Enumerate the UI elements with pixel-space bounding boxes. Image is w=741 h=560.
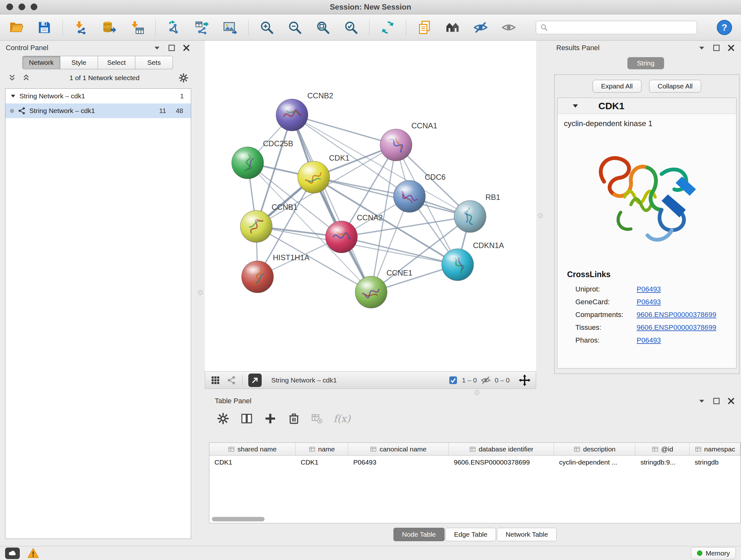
memory-status-dot xyxy=(697,550,702,556)
column-header[interactable]: canonical name xyxy=(348,443,449,455)
close-panel-icon[interactable] xyxy=(727,397,735,405)
close-panel-icon[interactable] xyxy=(182,44,191,52)
svg-text:HIST1H1A: HIST1H1A xyxy=(273,253,310,262)
tab-style[interactable]: Style xyxy=(60,56,98,69)
column-header[interactable]: @id xyxy=(635,443,690,455)
network-view-title: String Network – cdk1 xyxy=(271,376,337,384)
main-toolbar: ? xyxy=(0,14,741,41)
node-table[interactable]: shared name name canonical name database… xyxy=(209,442,741,523)
new-network-button[interactable] xyxy=(166,19,182,36)
network-overview-icon[interactable] xyxy=(226,375,237,385)
window-title: Session: New Session xyxy=(330,3,411,11)
help-button[interactable]: ? xyxy=(716,19,733,36)
selected-checkbox-icon[interactable] xyxy=(448,375,458,385)
title-bar: Session: New Session xyxy=(0,0,741,14)
tree-expand-icon[interactable] xyxy=(10,93,16,99)
hide-selected-button[interactable] xyxy=(473,19,488,36)
zoom-out-button[interactable] xyxy=(287,19,303,36)
tab-sets[interactable]: Sets xyxy=(135,56,173,69)
tab-network[interactable]: Network xyxy=(22,56,60,69)
import-table-file-button[interactable] xyxy=(129,19,145,36)
export-image-button[interactable] xyxy=(222,19,238,36)
status-bar: Memory xyxy=(0,546,741,560)
horizontal-scrollbar[interactable] xyxy=(212,517,265,521)
compartments-link[interactable]: 9606.ENSP00000378699 xyxy=(636,311,717,319)
warning-icon[interactable] xyxy=(27,548,39,559)
copy-document-button[interactable] xyxy=(416,19,432,36)
image-export-icon xyxy=(223,20,238,35)
delete-column-icon[interactable] xyxy=(287,412,300,425)
memory-button[interactable]: Memory xyxy=(691,547,736,559)
table-row[interactable]: CDK1 CDK1 P06493 9606.ENSP00000378699 cy… xyxy=(209,455,740,469)
save-session-button[interactable] xyxy=(37,19,52,36)
window-controls[interactable] xyxy=(6,3,37,10)
detach-view-button[interactable] xyxy=(248,374,262,387)
zoom-selected-button[interactable] xyxy=(343,19,359,36)
crosslinks-title: CrossLinks xyxy=(567,270,736,279)
pharos-link[interactable]: P06493 xyxy=(636,336,661,345)
zoom-window-button[interactable] xyxy=(30,3,37,10)
genecard-link[interactable]: P06493 xyxy=(636,298,661,306)
expand-all-button[interactable]: Expand All xyxy=(593,80,642,92)
show-hidden-button[interactable] xyxy=(501,19,517,36)
pan-tool-icon[interactable] xyxy=(519,374,531,386)
toolbar-separator xyxy=(248,19,249,36)
column-header[interactable]: name xyxy=(295,443,348,455)
minimize-window-button[interactable] xyxy=(18,3,25,10)
column-header[interactable]: database identifier xyxy=(449,443,554,455)
expand-all-icon[interactable] xyxy=(22,73,30,82)
float-panel-icon[interactable] xyxy=(712,397,721,405)
hidden-eye-icon[interactable] xyxy=(481,375,491,385)
svg-text:?: ? xyxy=(722,22,727,33)
tab-edge-table[interactable]: Edge Table xyxy=(446,528,496,541)
zoom-fit-button[interactable] xyxy=(315,19,331,36)
open-session-button[interactable] xyxy=(8,19,24,36)
show-columns-icon[interactable] xyxy=(240,412,253,425)
search-input[interactable] xyxy=(551,23,693,31)
cloud-button[interactable] xyxy=(5,548,20,559)
grid-view-icon[interactable] xyxy=(210,375,220,385)
tab-string[interactable]: String xyxy=(627,57,664,69)
folder-open-icon xyxy=(9,20,23,35)
network-canvas[interactable]: CCNB2CCNA1CDC25BCDK1CDC6RB1CCNB1CCNA2CDK… xyxy=(205,41,536,371)
float-panel-icon[interactable] xyxy=(712,44,721,52)
tree-network-row[interactable]: String Network – cdk1 11 48 xyxy=(5,104,191,118)
zoom-in-button[interactable] xyxy=(259,19,275,36)
zoom-out-icon xyxy=(287,20,302,35)
splitter-handle[interactable] xyxy=(475,390,479,395)
column-header[interactable]: namespac xyxy=(690,443,740,455)
column-header[interactable]: shared name xyxy=(209,443,295,455)
add-column-button[interactable] xyxy=(264,412,277,425)
protein-structure-image xyxy=(557,136,736,260)
apply-layout-button[interactable] xyxy=(380,19,396,36)
tissues-link[interactable]: 9606.ENSP00000378699 xyxy=(636,323,717,332)
collapse-all-icon[interactable] xyxy=(8,73,17,82)
tree-root-row[interactable]: String Network – cdk1 1 xyxy=(5,89,191,104)
collapse-all-button[interactable]: Collapse All xyxy=(649,80,701,92)
tab-network-table[interactable]: Network Table xyxy=(497,528,556,541)
gene-card-header[interactable]: CDK1 xyxy=(557,98,736,114)
close-window-button[interactable] xyxy=(6,3,13,10)
close-panel-icon[interactable] xyxy=(727,44,735,52)
column-header[interactable]: description xyxy=(554,443,635,455)
splitter-handle[interactable] xyxy=(198,290,203,295)
table-settings-gear-icon[interactable] xyxy=(217,412,229,425)
network-from-table-button[interactable] xyxy=(194,19,210,36)
panel-menu-icon[interactable] xyxy=(697,397,706,405)
eye-icon xyxy=(501,20,516,35)
float-panel-icon[interactable] xyxy=(167,44,176,52)
tab-node-table[interactable]: Node Table xyxy=(394,528,445,541)
panel-menu-icon[interactable] xyxy=(153,44,161,52)
import-network-file-button[interactable] xyxy=(73,19,89,36)
gear-icon[interactable] xyxy=(179,73,189,83)
splitter-handle[interactable] xyxy=(538,213,543,218)
import-network-database-button[interactable] xyxy=(101,19,117,36)
panel-menu-icon[interactable] xyxy=(697,44,706,52)
show-all-button[interactable] xyxy=(445,19,461,36)
zoom-selected-icon xyxy=(344,20,358,35)
collapse-gene-icon[interactable] xyxy=(571,102,579,110)
search-box[interactable] xyxy=(536,21,697,34)
uniprot-link[interactable]: P06493 xyxy=(636,285,661,294)
tab-select[interactable]: Select xyxy=(98,56,136,69)
column-type-icon xyxy=(652,446,659,453)
